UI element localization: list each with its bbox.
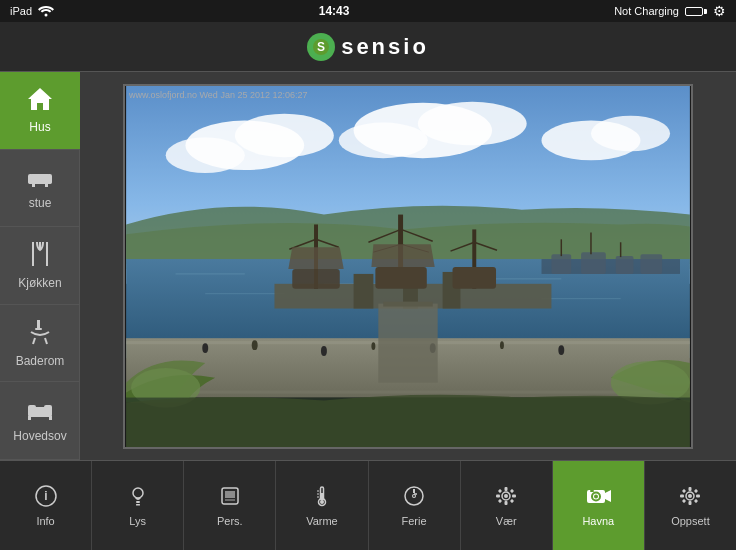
svg-rect-124 [694, 498, 698, 502]
toolbar-item-varme[interactable]: Varme [276, 461, 368, 550]
info-icon: i [35, 485, 57, 511]
svg-point-99 [413, 495, 415, 497]
oppsett-icon [678, 485, 702, 511]
sidebar-item-stue[interactable]: stue [0, 150, 80, 228]
svg-rect-120 [696, 494, 700, 497]
svg-rect-21 [49, 416, 52, 420]
svg-rect-38 [354, 273, 374, 308]
svg-rect-58 [551, 254, 571, 274]
vaer-icon [494, 485, 518, 511]
toolbar-label-havna: Havna [582, 515, 614, 527]
svg-point-69 [252, 340, 258, 350]
toolbar-label-pers: Pers. [217, 515, 243, 527]
toolbar-item-ferie[interactable]: Ferie [369, 461, 461, 550]
svg-rect-117 [689, 487, 692, 491]
svg-line-16 [45, 338, 47, 344]
sidebar-item-kjokken[interactable]: Kjøkken [0, 227, 80, 305]
svg-rect-119 [680, 494, 684, 497]
toolbar-item-lys[interactable]: Lys [92, 461, 184, 550]
svg-rect-18 [28, 405, 36, 411]
hus-icon [26, 86, 54, 116]
svg-point-91 [320, 500, 324, 504]
toolbar-item-info[interactable]: i Info [0, 461, 92, 550]
bottom-toolbar: i Info Lys Pers. [0, 460, 736, 550]
svg-rect-83 [136, 501, 140, 503]
svg-point-73 [500, 341, 504, 349]
sidebar-item-baderom[interactable]: Baderom [0, 305, 80, 383]
svg-text:S: S [317, 40, 325, 54]
toolbar-item-vaer[interactable]: Vær [461, 461, 553, 550]
toolbar-item-oppsett[interactable]: Oppsett [645, 461, 736, 550]
svg-point-30 [591, 115, 670, 151]
toolbar-label-vaer: Vær [496, 515, 517, 527]
svg-rect-9 [45, 183, 48, 187]
svg-point-0 [45, 14, 48, 17]
svg-rect-79 [383, 301, 432, 306]
kjokken-icon [28, 240, 52, 272]
svg-point-28 [339, 122, 428, 158]
svg-point-70 [321, 346, 327, 356]
svg-rect-61 [640, 254, 662, 274]
svg-point-74 [558, 345, 564, 355]
svg-rect-104 [496, 494, 500, 497]
svg-rect-8 [32, 183, 35, 187]
svg-point-24 [235, 113, 334, 157]
svg-rect-14 [35, 328, 42, 330]
sensio-text: sensio [341, 34, 429, 60]
sidebar-label-stue: stue [29, 196, 52, 210]
svg-rect-114 [590, 490, 594, 492]
toolbar-label-ferie: Ferie [402, 515, 427, 527]
svg-marker-3 [28, 88, 52, 110]
status-bar: iPad 14:43 Not Charging ⚙ [0, 0, 736, 22]
svg-rect-51 [375, 266, 426, 288]
toolbar-label-info: Info [36, 515, 54, 527]
svg-rect-122 [694, 488, 698, 492]
svg-rect-108 [498, 498, 502, 502]
svg-rect-105 [512, 494, 516, 497]
svg-rect-60 [616, 256, 634, 274]
svg-marker-113 [605, 490, 611, 502]
charging-label: Not Charging [614, 5, 679, 17]
svg-marker-52 [371, 244, 434, 267]
ipad-label: iPad [10, 5, 32, 17]
svg-rect-123 [682, 498, 686, 502]
varme-icon [311, 485, 333, 511]
svg-rect-103 [505, 501, 508, 505]
svg-rect-6 [28, 174, 33, 184]
status-left: iPad [10, 5, 54, 17]
svg-point-71 [371, 342, 375, 350]
stue-icon [26, 166, 54, 192]
svg-rect-106 [498, 488, 502, 492]
toolbar-label-varme: Varme [306, 515, 338, 527]
toolbar-item-pers[interactable]: Pers. [184, 461, 276, 550]
sensio-logo-icon: S [307, 33, 335, 61]
ferie-icon [403, 485, 425, 511]
sensio-logo: S sensio [307, 33, 429, 61]
svg-point-112 [594, 494, 598, 498]
header: S sensio [0, 22, 736, 72]
svg-point-101 [504, 494, 508, 498]
sidebar: Hus stue [0, 72, 80, 460]
content-area: www.oslofjord.no Wed Jan 25 2012 12:06:2… [80, 72, 736, 460]
sidebar-item-hovedsov[interactable]: Hovedsov [0, 382, 80, 460]
svg-rect-107 [510, 488, 514, 492]
toolbar-label-oppsett: Oppsett [671, 515, 710, 527]
toolbar-label-lys: Lys [129, 515, 146, 527]
svg-point-116 [688, 494, 692, 498]
svg-text:i: i [44, 489, 47, 503]
svg-rect-67 [126, 390, 690, 393]
svg-marker-45 [288, 247, 343, 269]
svg-rect-102 [505, 487, 508, 491]
s-icon: S [312, 38, 330, 56]
svg-rect-86 [225, 491, 235, 498]
toolbar-item-havna[interactable]: Havna [553, 461, 645, 550]
sidebar-item-hus[interactable]: Hus [0, 72, 80, 150]
havna-icon [585, 485, 611, 511]
pers-icon [219, 485, 241, 511]
svg-rect-7 [47, 174, 52, 184]
status-right: Not Charging ⚙ [614, 3, 726, 19]
svg-rect-20 [28, 416, 31, 420]
svg-rect-84 [136, 504, 140, 506]
svg-rect-109 [510, 498, 514, 502]
sidebar-label-kjokken: Kjøkken [18, 276, 61, 290]
